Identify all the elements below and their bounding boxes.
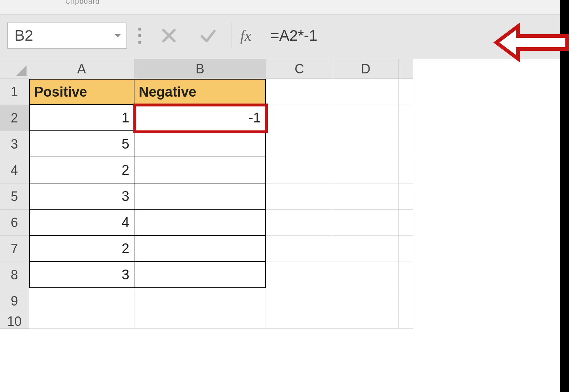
cell-D5[interactable]	[333, 183, 399, 210]
vertical-grip-icon	[134, 28, 146, 44]
row-9: 9	[0, 288, 569, 314]
cell-A8[interactable]: 3	[29, 262, 134, 288]
name-box-dropdown-icon[interactable]	[113, 31, 123, 41]
fx-button[interactable]: fx	[231, 23, 260, 49]
cell-B4[interactable]	[134, 157, 266, 183]
cell-B5[interactable]	[134, 183, 266, 210]
cell-A10[interactable]	[29, 314, 134, 329]
row-header-2[interactable]: 2	[0, 105, 29, 131]
cell-E3[interactable]	[399, 131, 413, 157]
cell-C6[interactable]	[266, 210, 333, 236]
cell-D10[interactable]	[333, 314, 399, 329]
cancel-formula-button[interactable]	[153, 23, 185, 49]
cell-C10[interactable]	[266, 314, 333, 329]
row-header-1[interactable]: 1	[0, 79, 29, 105]
row-header-8[interactable]: 8	[0, 262, 29, 288]
row-1: 1 Positive Negative	[0, 79, 569, 105]
cell-B2[interactable]: -1	[134, 105, 266, 131]
cell-B10[interactable]	[134, 314, 266, 329]
accept-formula-button[interactable]	[192, 23, 225, 49]
cell-B6[interactable]	[134, 210, 266, 236]
cell-E6[interactable]	[399, 210, 413, 236]
col-header-C[interactable]: C	[266, 59, 333, 79]
row-3: 3 5	[0, 131, 569, 157]
row-8: 8 3	[0, 262, 569, 288]
cell-D4[interactable]	[333, 157, 399, 183]
cell-E7[interactable]	[399, 236, 413, 262]
cell-B3[interactable]	[134, 131, 266, 157]
row-header-7[interactable]: 7	[0, 236, 29, 262]
cell-D8[interactable]	[333, 262, 399, 288]
rows-container: 1 Positive Negative 2 1 -1 3 5 4 2	[0, 79, 569, 329]
cell-B8[interactable]	[134, 262, 266, 288]
cell-E9[interactable]	[399, 288, 413, 314]
row-header-9[interactable]: 9	[0, 288, 29, 314]
row-4: 4 2	[0, 157, 569, 183]
cell-E4[interactable]	[399, 157, 413, 183]
formula-bar: B2 fx =A2*-1	[0, 15, 569, 59]
row-header-3[interactable]: 3	[0, 131, 29, 157]
cell-D9[interactable]	[333, 288, 399, 314]
cell-A5[interactable]: 3	[29, 183, 134, 210]
ribbon-fragment: Clipboard	[0, 0, 569, 15]
row-7: 7 2	[0, 236, 569, 262]
row-10: 10	[0, 314, 569, 329]
col-header-B[interactable]: B	[134, 59, 266, 79]
cell-A9[interactable]	[29, 288, 134, 314]
row-2: 2 1 -1	[0, 105, 569, 131]
cell-A6[interactable]: 4	[29, 210, 134, 236]
row-header-5[interactable]: 5	[0, 183, 29, 210]
cell-C5[interactable]	[266, 183, 333, 210]
cell-E2[interactable]	[399, 105, 413, 131]
cell-C7[interactable]	[266, 236, 333, 262]
cell-C4[interactable]	[266, 157, 333, 183]
cell-B1[interactable]: Negative	[134, 79, 266, 105]
cell-E10[interactable]	[399, 314, 413, 329]
cell-D3[interactable]	[333, 131, 399, 157]
cell-D6[interactable]	[333, 210, 399, 236]
name-box-value: B2	[15, 27, 33, 44]
cell-E1[interactable]	[399, 79, 413, 105]
row-header-10[interactable]: 10	[0, 314, 29, 329]
cell-A2[interactable]: 1	[29, 105, 134, 131]
cell-A1[interactable]: Positive	[29, 79, 134, 105]
cell-D2[interactable]	[333, 105, 399, 131]
cell-A3[interactable]: 5	[29, 131, 134, 157]
cell-D1[interactable]	[333, 79, 399, 105]
annotation-arrow-icon	[493, 23, 569, 62]
cell-C9[interactable]	[266, 288, 333, 314]
name-box[interactable]: B2	[7, 23, 127, 49]
row-5: 5 3	[0, 183, 569, 210]
cell-D7[interactable]	[333, 236, 399, 262]
cell-C2[interactable]	[266, 105, 333, 131]
cell-C8[interactable]	[266, 262, 333, 288]
column-headers-row: A B C D	[0, 59, 569, 79]
row-header-6[interactable]: 6	[0, 210, 29, 236]
select-all-triangle[interactable]	[0, 59, 29, 79]
row-header-4[interactable]: 4	[0, 157, 29, 183]
col-header-next[interactable]	[399, 59, 413, 79]
col-header-A[interactable]: A	[29, 59, 134, 79]
cell-E8[interactable]	[399, 262, 413, 288]
cell-A7[interactable]: 2	[29, 236, 134, 262]
cell-C3[interactable]	[266, 131, 333, 157]
cell-C1[interactable]	[266, 79, 333, 105]
cell-B7[interactable]	[134, 236, 266, 262]
cell-B9[interactable]	[134, 288, 266, 314]
cell-E5[interactable]	[399, 183, 413, 210]
row-6: 6 4	[0, 210, 569, 236]
spreadsheet-grid: A B C D 1 Positive Negative 2 1 -1 3 5	[0, 59, 569, 329]
cell-A4[interactable]: 2	[29, 157, 134, 183]
ribbon-group-label: Clipboard	[65, 0, 100, 5]
col-header-D[interactable]: D	[333, 59, 399, 79]
